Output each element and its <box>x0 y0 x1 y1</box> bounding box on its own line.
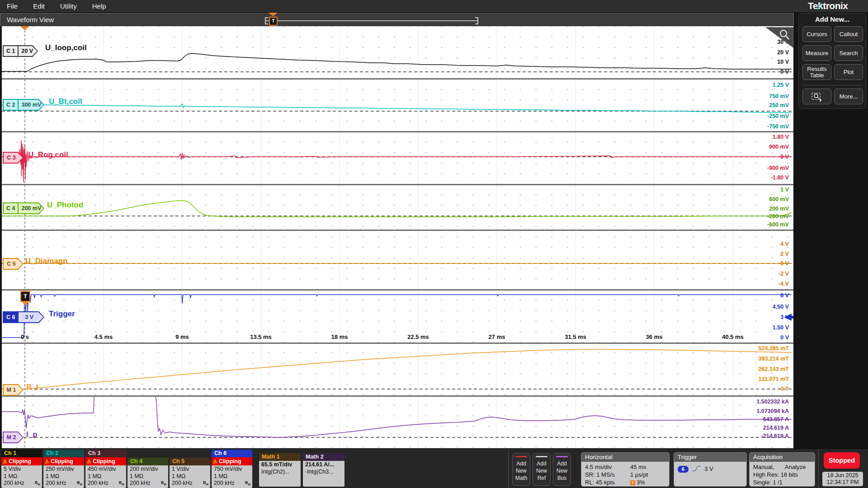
badge-color-stripe <box>536 456 547 457</box>
zoom-select-button[interactable] <box>802 89 831 104</box>
warning-icon: ⚠ <box>3 457 7 465</box>
trace-m1 <box>2 349 792 389</box>
channel-badge-c6[interactable]: C 63 V <box>3 311 44 323</box>
button-label-line: Ref <box>533 474 550 482</box>
channel-setting-value: 200 kHz <box>46 480 66 487</box>
clipping-banner: ⚠Clipping <box>43 457 84 465</box>
channel-settings-badge-3[interactable]: Ch 3⚠Clipping450 mV/div1 MΩ200 kHzBw <box>85 450 126 488</box>
button-label-line: New <box>533 467 550 474</box>
scale-label-m2: 1.073094 kA <box>756 408 789 415</box>
acquisition-panel[interactable]: Acquisition Manual,AnalyzeHigh Res: 16 b… <box>749 452 815 487</box>
channel-badge-c2[interactable]: C 2300 mV <box>3 99 44 111</box>
channel-label-c2[interactable]: U_Bt,coil <box>49 97 82 106</box>
time-axis-label: 27 ms <box>489 333 505 340</box>
horizontal-panel[interactable]: Horizontal 4.5 ms/div45 msSR: 1 MS/s1 µs… <box>581 452 670 487</box>
tektronix-logo: Tek∕tronix <box>808 0 866 11</box>
menu-bar: FileEditUtilityHelp Tek∕tronix <box>0 0 868 13</box>
channel-label-c1[interactable]: U_loop,coil <box>45 43 87 52</box>
right-sidebar: Add New... CursorsCalloutMeasureSearchRe… <box>794 12 868 448</box>
scale-label-c2: 1.25 V <box>773 81 789 89</box>
panel-row-label: SR: 1 MS/s <box>585 471 615 479</box>
add-new-panel: Add New... CursorsCalloutMeasureSearchRe… <box>798 13 866 109</box>
panel-row-value: Analyze <box>785 464 806 471</box>
channel-settings-badge-6[interactable]: Ch 6⚠Clipping750 mV/div1 MΩ200 kHzBw <box>212 450 252 488</box>
section-separator <box>2 289 793 291</box>
channel-badge-title: Ch 6 <box>212 450 252 457</box>
channel-settings-badge-5[interactable]: Ch 51 V/div1 MΩ200 kHzBw <box>170 458 210 488</box>
trigger-source-icon[interactable]: T <box>20 291 30 302</box>
warning-icon: ⚠ <box>213 457 217 465</box>
add-new-math-button[interactable]: AddNewMath <box>512 453 530 486</box>
scale-label-c3: 0 V <box>780 153 789 160</box>
math-settings-badge-1[interactable]: Math 165.5 mT/divIntg(Ch2)... <box>259 453 301 487</box>
add-new-ref-button[interactable]: AddNewRef <box>533 453 551 486</box>
logo-accent: ∕ <box>819 1 820 12</box>
results-table-button[interactable]: Results Table <box>802 64 831 80</box>
scale-label-m2: 643.857 A <box>763 416 789 423</box>
channel-settings-badge-2[interactable]: Ch 2⚠Clipping250 mV/div1 MΩ200 kHzBw <box>43 450 84 488</box>
trigger-position-icon[interactable] <box>20 26 29 30</box>
button-label-line: Add <box>533 460 550 467</box>
channel-badge-c4[interactable]: C 4200 mV <box>3 202 44 214</box>
menu-help[interactable]: Help <box>92 2 106 10</box>
section-separator <box>2 343 793 344</box>
add-new-bus-button[interactable]: AddNewBus <box>553 453 571 486</box>
channel-settings-badge-1[interactable]: Ch 1⚠Clipping5 V/div1 MΩ200 kHzBw <box>1 450 42 488</box>
time-axis-label: 18 ms <box>331 333 348 340</box>
clipping-banner: ⚠Clipping <box>85 457 126 465</box>
channel-label-m2[interactable]: I_p <box>26 430 38 439</box>
settings-bar: Ch 1⚠Clipping5 V/div1 MΩ200 kHzBwCh 2⚠Cl… <box>0 448 868 488</box>
search-button[interactable]: Search <box>834 45 863 61</box>
button-label-line: Math <box>513 474 530 482</box>
scale-label-c2: -750 mV <box>767 123 789 130</box>
panel-row-label: High Res: 16 bits <box>753 471 798 479</box>
button-label-line: Bus <box>553 474 571 482</box>
tektronix-scope-app: { "menu": {"items": ["File", "Edit", "Ut… <box>0 0 868 488</box>
waveform-grid[interactable]: 30 V20 V10 V0 V1.25 V750 mV250 mV-250 mV… <box>2 26 793 448</box>
math-expression: Intg(Ch2)... <box>261 469 299 476</box>
menu-edit[interactable]: Edit <box>33 2 45 10</box>
add-new-button-grid: CursorsCalloutMeasureSearchResults Table… <box>802 26 863 80</box>
section-separator <box>2 78 793 80</box>
badge-segment: C 6 <box>4 312 19 322</box>
button-label-line: New <box>513 467 530 474</box>
callout-button[interactable]: Callout <box>834 26 863 42</box>
record-trigger-marker[interactable]: T <box>269 17 278 26</box>
channel-badge-c1[interactable]: C 120 V <box>3 45 38 57</box>
trigger-panel[interactable]: Trigger 6 3 V <box>674 452 747 487</box>
scale-label-c4: 600 mV <box>769 196 789 203</box>
rising-edge-icon <box>692 465 701 472</box>
plot-button[interactable]: Plot <box>834 64 863 80</box>
zoom-corner-button[interactable] <box>765 27 793 49</box>
date-text: 18 Jun 2025 <box>822 472 863 479</box>
measure-button[interactable]: Measure <box>802 45 831 61</box>
channel-label-c3[interactable]: U_Rog,coil <box>28 150 68 160</box>
channel-label-c6[interactable]: Trigger <box>49 310 75 319</box>
math-scale-value: 65.5 mT/div <box>261 461 299 469</box>
section-separator <box>2 395 793 397</box>
cursors-button[interactable]: Cursors <box>802 26 831 42</box>
channel-setting-value: 450 mV/div <box>88 466 116 473</box>
math-scale-value: 214.61 A/... <box>305 461 343 469</box>
channel-label-c4[interactable]: U_Photod <box>47 201 83 210</box>
run-stop-status-button[interactable]: Stopped <box>824 452 860 469</box>
channel-label-m1[interactable]: B_t <box>26 383 38 392</box>
channel-setting-value: 200 kHz <box>4 480 24 487</box>
channel-badge-title: Ch 2 <box>43 450 84 457</box>
trigger-flag-icon: T <box>630 480 635 485</box>
waveform-view-titlebar: Waveform View T <box>0 13 794 26</box>
more-button[interactable]: More... <box>834 89 863 104</box>
menu-file[interactable]: File <box>7 2 18 10</box>
warning-icon: ⚠ <box>45 457 49 465</box>
math-settings-badge-2[interactable]: Math 2214.61 A/...-Intg(Ch3... <box>303 453 344 487</box>
channel-label-c5[interactable]: U_Diamagn <box>25 257 68 266</box>
bandwidth-icon: Bw <box>203 479 208 488</box>
trigger-source-pill: 6 <box>678 466 689 473</box>
menu-items: FileEditUtilityHelp <box>7 0 106 12</box>
channel-settings-badge-4[interactable]: Ch 4200 mV/div1 MΩ200 kHzBw <box>127 458 168 488</box>
section-separator <box>2 131 793 132</box>
channel-setting-value: 750 mV/div <box>214 466 242 473</box>
menu-utility[interactable]: Utility <box>60 2 77 10</box>
scale-label-c2: -250 mV <box>767 113 789 120</box>
channel-setting-value: 1 MΩ <box>46 473 59 480</box>
